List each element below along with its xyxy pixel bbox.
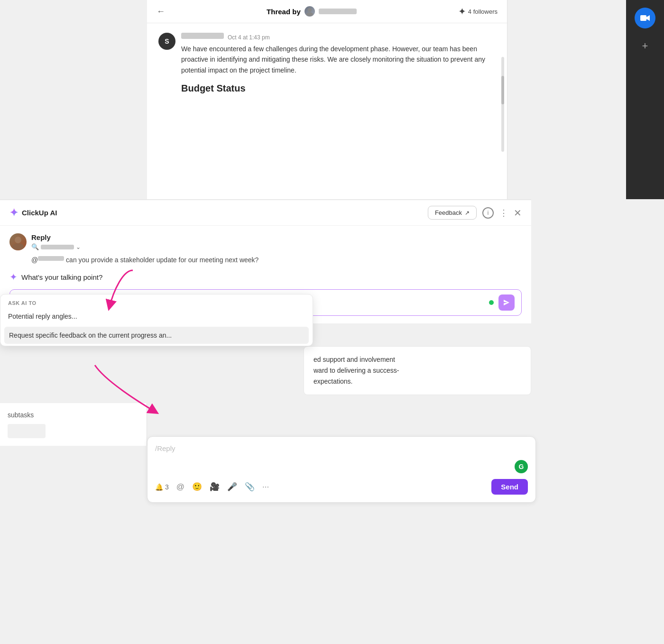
more-options-button[interactable]: ⋮	[499, 208, 508, 218]
ai-sparkle-2-icon: ✦	[9, 271, 18, 283]
bell-icon: 🔔	[155, 483, 163, 491]
text-line-2: ward to delivering a success-	[314, 367, 399, 374]
grammarly-badge: G	[515, 460, 528, 473]
grammarly-badge-container: G	[155, 460, 528, 473]
followers-count: 4 followers	[468, 8, 498, 15]
followers-badge: ✦ 4 followers	[458, 6, 498, 17]
thread-author-name	[319, 9, 357, 14]
feedback-button[interactable]: Feedback ↗	[428, 206, 477, 220]
subtasks-label: subtasks	[8, 411, 34, 419]
subtasks-box	[8, 424, 46, 438]
ai-sparkle-icon: ✦	[9, 207, 18, 219]
talking-point-label: What's your talking point?	[21, 273, 102, 281]
ai-panel-title-group: ✦ ClickUp AI	[9, 207, 57, 219]
ai-panel-header: ✦ ClickUp AI Feedback ↗ i ⋮ ✕	[0, 200, 531, 226]
svg-point-1	[306, 12, 313, 16]
mic-icon[interactable]: 🎤	[227, 482, 237, 492]
ai-panel-actions: Feedback ↗ i ⋮ ✕	[428, 206, 522, 220]
scrollbar-track	[501, 57, 504, 152]
message-meta: Oct 4 at 1:43 pm	[181, 33, 496, 41]
text-line-3: expectations.	[314, 377, 353, 385]
reply-input-placeholder[interactable]: /Reply	[155, 444, 528, 452]
svg-rect-2	[640, 15, 646, 21]
reply-username	[41, 245, 74, 249]
notification-badge[interactable]: 🔔 3	[155, 483, 169, 491]
reply-section: Reply 🔍 ⌄	[9, 233, 522, 250]
thread-title-label: Thread by	[267, 8, 301, 16]
dropdown-icon[interactable]: ⌄	[76, 244, 81, 250]
emoji-icon[interactable]: 🙂	[192, 482, 202, 492]
thread-panel: ← Thread by ✦ 4 followers S Oct 4 at 1:4…	[147, 0, 507, 199]
info-button[interactable]: i	[482, 207, 494, 219]
ai-talking-point: ✦ What's your talking point?	[9, 271, 522, 283]
message-text: We have encountered a few challenges dur…	[181, 44, 496, 75]
toolbar-left-group: 🔔 3 @ 🙂 🎥 🎤 📎 ···	[155, 482, 269, 492]
search-icon: 🔍	[31, 243, 39, 250]
thread-header: ← Thread by ✦ 4 followers	[147, 0, 507, 23]
svg-point-4	[12, 243, 24, 250]
ai-panel-title: ClickUp AI	[22, 209, 57, 217]
thread-text-partial: ed support and involvement ward to deliv…	[314, 354, 521, 387]
thread-title: Thread by	[171, 6, 452, 17]
notification-count: 3	[165, 483, 169, 491]
suggestions-header: ASK AI TO	[0, 294, 313, 308]
message-sender-name	[181, 33, 224, 39]
sparkle-icon: ✦	[458, 6, 466, 17]
back-button[interactable]: ←	[157, 7, 165, 17]
reply-label: Reply	[31, 233, 81, 241]
reply-message-context: @ can you provide a stakeholder update f…	[31, 256, 522, 264]
more-options-icon[interactable]: ···	[262, 482, 269, 492]
message-avatar: S	[158, 33, 175, 50]
message-timestamp: Oct 4 at 1:43 pm	[228, 34, 270, 41]
mention-username	[38, 256, 64, 261]
thread-content: S Oct 4 at 1:43 pm We have encountered a…	[147, 23, 507, 109]
video-icon[interactable]: 🎥	[210, 482, 220, 492]
reply-input-panel: /Reply G 🔔 3 @ 🙂 🎥 🎤 📎 ··· Send	[147, 436, 536, 503]
message-row: S Oct 4 at 1:43 pm We have encountered a…	[158, 33, 496, 94]
bottom-left-panel: subtasks	[0, 403, 147, 446]
send-button[interactable]: Send	[491, 479, 528, 495]
attachment-icon[interactable]: 📎	[245, 482, 255, 492]
feedback-label: Feedback	[435, 209, 462, 216]
ai-status-dot	[489, 300, 494, 305]
suggestion-item-1[interactable]: Potential reply angles...	[0, 308, 313, 325]
suggestion-item-2[interactable]: Request specific feedback on the current…	[4, 327, 309, 344]
right-side-panel: +	[626, 0, 664, 199]
thread-continuation-text: ed support and involvement ward to deliv…	[304, 346, 531, 395]
ai-suggestions-dropdown: ASK AI TO Potential reply angles... Requ…	[0, 294, 313, 346]
info-label: i	[488, 209, 489, 216]
ai-send-button[interactable]	[498, 294, 515, 311]
svg-point-0	[308, 8, 312, 12]
reply-message-text: can you provide a stakeholder update for…	[66, 256, 258, 264]
svg-point-3	[15, 237, 21, 243]
mention-prefix: @	[31, 256, 38, 264]
reply-user-row: 🔍 ⌄	[31, 243, 81, 250]
reply-input-toolbar: 🔔 3 @ 🙂 🎥 🎤 📎 ··· Send	[155, 479, 528, 495]
reply-info: Reply 🔍 ⌄	[31, 233, 81, 250]
mention-icon[interactable]: @	[176, 482, 184, 492]
scrollbar-thumb[interactable]	[501, 76, 504, 104]
reply-user-avatar	[9, 233, 27, 250]
add-button[interactable]: +	[642, 40, 648, 52]
message-body-container: Oct 4 at 1:43 pm We have encountered a f…	[181, 33, 496, 94]
text-line-1: ed support and involvement	[314, 356, 395, 363]
thread-author-avatar	[304, 6, 315, 17]
close-button[interactable]: ✕	[514, 207, 522, 219]
video-call-button[interactable]	[635, 8, 655, 28]
external-link-icon: ↗	[465, 210, 470, 216]
budget-status-heading: Budget Status	[181, 83, 496, 94]
